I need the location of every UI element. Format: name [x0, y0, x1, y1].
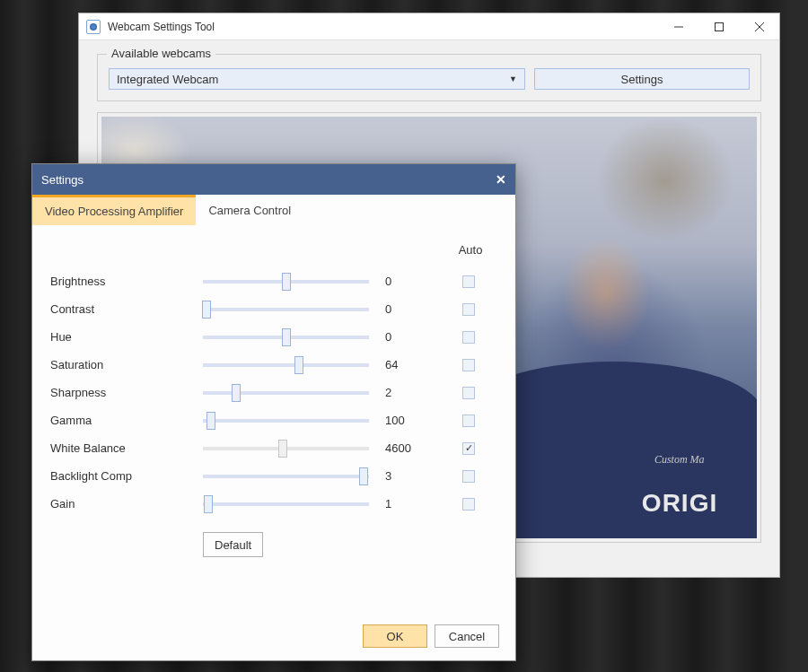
- slider-label: Backlight Comp: [50, 469, 203, 483]
- slider-thumb[interactable]: [294, 356, 303, 374]
- webcam-fieldset: Available webcams Integrated Webcam ▼ Se…: [97, 54, 761, 101]
- slider-track[interactable]: [203, 336, 369, 339]
- webcam-select[interactable]: Integrated Webcam ▼: [109, 68, 525, 90]
- tab-video-processing-amplifier[interactable]: Video Processing Amplifier: [32, 195, 196, 225]
- slider-thumb[interactable]: [204, 495, 213, 513]
- slider-value: 0: [385, 275, 457, 288]
- slider-label: Saturation: [50, 358, 203, 371]
- slider-track[interactable]: [203, 475, 369, 478]
- slider-value: 0: [385, 302, 457, 316]
- slider-thumb[interactable]: [282, 328, 291, 346]
- slider-track[interactable]: [203, 502, 369, 506]
- auto-checkbox[interactable]: [462, 359, 475, 371]
- slider-thumb[interactable]: [359, 467, 368, 485]
- slider-row: Gain1: [50, 490, 497, 518]
- titlebar: Webcam Settings Tool: [79, 13, 779, 40]
- auto-checkbox[interactable]: [462, 275, 475, 288]
- slider-thumb[interactable]: [232, 384, 241, 402]
- dialog-titlebar: Settings ✕: [32, 164, 515, 195]
- ok-button[interactable]: OK: [363, 624, 427, 648]
- slider-value: 100: [385, 414, 457, 427]
- tab-bar: Video Processing Amplifier Camera Contro…: [32, 195, 515, 225]
- slider-label: Sharpness: [50, 386, 203, 399]
- slider-value: 64: [385, 358, 457, 371]
- dialog-close-button[interactable]: ✕: [496, 172, 506, 187]
- window-controls: [658, 13, 779, 39]
- close-button[interactable]: [739, 13, 779, 39]
- slider-track[interactable]: [203, 363, 369, 367]
- slider-row: Gamma100: [50, 406, 497, 434]
- chevron-down-icon: ▼: [509, 74, 517, 83]
- app-icon: [86, 20, 101, 34]
- auto-checkbox[interactable]: [462, 387, 475, 399]
- slider-label: Contrast: [50, 302, 203, 316]
- tab-camera-control[interactable]: Camera Control: [196, 195, 303, 225]
- auto-checkbox[interactable]: [462, 498, 475, 511]
- slider-thumb[interactable]: [282, 273, 291, 291]
- cancel-button[interactable]: Cancel: [435, 624, 499, 648]
- auto-checkbox[interactable]: [462, 470, 475, 483]
- slider-row: Hue0: [50, 323, 497, 351]
- slider-track[interactable]: [203, 308, 369, 311]
- default-button[interactable]: Default: [203, 532, 263, 557]
- slider-label: Hue: [50, 330, 203, 344]
- slider-track: [203, 447, 369, 450]
- slider-thumb: [278, 440, 287, 458]
- slider-value: 0: [385, 330, 457, 344]
- slider-track[interactable]: [203, 280, 369, 284]
- window-title: Webcam Settings Tool: [108, 21, 658, 33]
- slider-label: Gamma: [50, 414, 203, 427]
- auto-checkbox[interactable]: [462, 415, 475, 427]
- slider-row: Sharpness2: [50, 379, 497, 406]
- slider-value: 1: [385, 497, 457, 511]
- slider-label: White Balance: [50, 441, 203, 455]
- slider-track[interactable]: [203, 419, 369, 423]
- auto-checkbox[interactable]: [462, 303, 475, 316]
- slider-row: Backlight Comp3: [50, 462, 497, 490]
- slider-row: Brightness0: [50, 267, 497, 295]
- slider-value: 2: [385, 386, 457, 399]
- maximize-button[interactable]: [698, 13, 739, 39]
- settings-button[interactable]: Settings: [534, 68, 750, 90]
- slider-track[interactable]: [203, 391, 369, 395]
- settings-dialog: Settings ✕ Video Processing Amplifier Ca…: [31, 163, 516, 661]
- webcam-select-value: Integrated Webcam: [117, 73, 218, 86]
- slider-label: Brightness: [50, 275, 203, 288]
- auto-checkbox[interactable]: ✓: [462, 442, 475, 455]
- slider-thumb[interactable]: [206, 412, 215, 430]
- auto-column-header: Auto: [50, 243, 497, 257]
- minimize-button[interactable]: [658, 13, 698, 39]
- auto-checkbox[interactable]: [462, 331, 475, 344]
- dialog-title: Settings: [41, 173, 496, 187]
- fieldset-legend: Available webcams: [107, 47, 215, 60]
- slider-row: White Balance4600✓: [50, 434, 497, 462]
- settings-body: Auto Brightness0Contrast0Hue0Saturation6…: [32, 225, 515, 566]
- slider-thumb[interactable]: [202, 301, 211, 319]
- slider-value: 3: [385, 469, 457, 483]
- slider-row: Saturation64: [50, 351, 497, 379]
- slider-label: Gain: [50, 497, 203, 511]
- svg-rect-1: [715, 22, 723, 31]
- dialog-footer: OK Cancel: [363, 624, 499, 648]
- slider-row: Contrast0: [50, 295, 497, 323]
- slider-value: 4600: [385, 441, 457, 455]
